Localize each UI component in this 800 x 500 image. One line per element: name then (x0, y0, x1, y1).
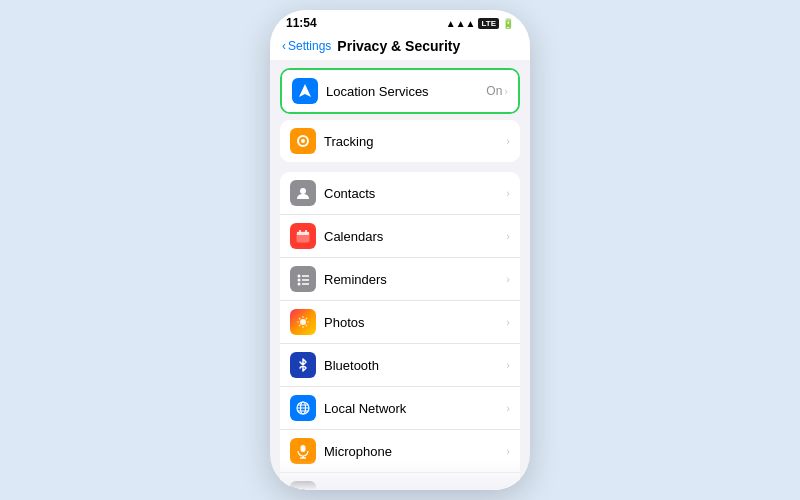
back-label: Settings (288, 39, 331, 53)
list-item-tracking[interactable]: Tracking › (280, 120, 520, 162)
top-section: Location Services On › Tracking › (280, 68, 520, 162)
microphone-icon (290, 438, 316, 464)
local-network-label: Local Network (324, 401, 506, 416)
reminders-label: Reminders (324, 272, 506, 287)
contacts-label: Contacts (324, 186, 506, 201)
calendars-icon (290, 223, 316, 249)
location-services-group: Location Services On › (280, 68, 520, 114)
signal-icon: ▲▲▲ (446, 18, 476, 29)
phone-frame: 11:54 ▲▲▲ LTE 🔋 ‹ Settings Privacy & Sec… (270, 10, 530, 490)
speech-recognition-label: Speech Recognition (324, 487, 506, 491)
chevron-left-icon: ‹ (282, 39, 286, 53)
reminders-icon (290, 266, 316, 292)
bluetooth-label: Bluetooth (324, 358, 506, 373)
list-item-reminders[interactable]: Reminders › (280, 258, 520, 301)
list-item-microphone[interactable]: Microphone › (280, 430, 520, 473)
contacts-icon (290, 180, 316, 206)
chevron-icon: › (506, 135, 510, 147)
svg-point-13 (300, 319, 306, 325)
photos-icon (290, 309, 316, 335)
bluetooth-icon (290, 352, 316, 378)
page-title: Privacy & Security (337, 38, 460, 54)
status-icons: ▲▲▲ LTE 🔋 (446, 18, 514, 29)
location-icon (292, 78, 318, 104)
list-item-photos[interactable]: Photos › (280, 301, 520, 344)
location-services-label: Location Services (326, 84, 486, 99)
svg-point-1 (301, 139, 305, 143)
list-item-contacts[interactable]: Contacts › (280, 172, 520, 215)
back-button[interactable]: ‹ Settings (282, 39, 331, 53)
svg-rect-25 (306, 489, 308, 490)
svg-point-2 (300, 188, 306, 194)
list-item-bluetooth[interactable]: Bluetooth › (280, 344, 520, 387)
status-time: 11:54 (286, 16, 317, 30)
location-services-value: On (486, 84, 502, 98)
scroll-content[interactable]: Location Services On › Tracking › (270, 60, 530, 490)
list-item-speech-recognition[interactable]: Speech Recognition › (280, 473, 520, 490)
main-list-group: Contacts › Calendars › Reminders (280, 172, 520, 490)
chevron-icon: › (506, 402, 510, 414)
photos-label: Photos (324, 315, 506, 330)
speech-recognition-icon (290, 481, 316, 490)
tracking-group: Tracking › (280, 120, 520, 162)
list-item-location-services[interactable]: Location Services On › (282, 70, 518, 112)
chevron-icon: › (506, 359, 510, 371)
tracking-icon (290, 128, 316, 154)
chevron-icon: › (506, 445, 510, 457)
tracking-label: Tracking (324, 134, 506, 149)
chevron-icon: › (506, 273, 510, 285)
chevron-icon: › (506, 187, 510, 199)
microphone-label: Microphone (324, 444, 506, 459)
chevron-icon: › (504, 85, 508, 97)
chevron-icon: › (506, 488, 510, 490)
lte-badge: LTE (478, 18, 499, 29)
svg-rect-4 (297, 232, 309, 235)
svg-point-7 (298, 275, 301, 278)
calendars-label: Calendars (324, 229, 506, 244)
nav-bar: ‹ Settings Privacy & Security (270, 34, 530, 60)
svg-point-11 (298, 283, 301, 286)
list-item-local-network[interactable]: Local Network › (280, 387, 520, 430)
main-section: Contacts › Calendars › Reminders (280, 172, 520, 490)
list-item-calendars[interactable]: Calendars › (280, 215, 520, 258)
chevron-icon: › (506, 316, 510, 328)
battery-icon: 🔋 (502, 18, 514, 29)
svg-rect-23 (300, 488, 302, 490)
svg-rect-19 (301, 445, 306, 452)
chevron-icon: › (506, 230, 510, 242)
status-bar: 11:54 ▲▲▲ LTE 🔋 (270, 10, 530, 34)
local-network-icon (290, 395, 316, 421)
svg-point-9 (298, 279, 301, 282)
